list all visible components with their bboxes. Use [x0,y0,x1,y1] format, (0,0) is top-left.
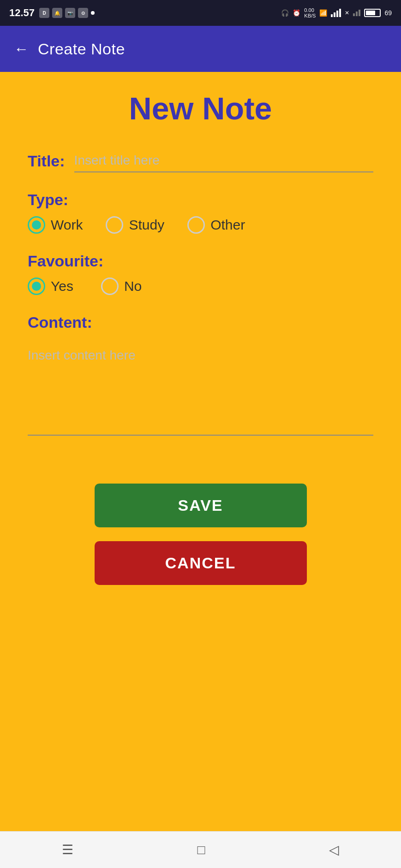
content-input[interactable] [28,343,373,436]
wifi-icon: 📶 [319,9,327,17]
speed-indicator: 0.00KB/S [304,7,316,18]
radio-yes[interactable]: Yes [28,278,73,295]
content-label: Content: [28,313,373,331]
notification-icon: 🔔 [52,8,62,18]
status-right: 🎧 ⏰ 0.00KB/S 📶 ✕ 69 [281,7,392,18]
save-button[interactable]: SAVE [95,484,307,527]
title-input[interactable] [74,149,373,172]
radio-other[interactable]: Other [187,216,245,234]
radio-study[interactable]: Study [106,216,164,234]
back-nav-icon[interactable]: ◁ [329,842,339,857]
title-section: Title: [28,149,373,172]
menu-icon[interactable]: ☰ [62,842,73,857]
signal-bars [331,9,341,17]
type-section: Type: Work Study Other [28,191,373,234]
type-label: Type: [28,191,373,209]
back-button[interactable]: ← [14,41,29,58]
title-label: Title: [28,152,65,170]
battery-fill [366,11,375,15]
radio-no-label: No [124,278,142,294]
radio-no-circle [101,278,119,295]
headphone-icon: 🎧 [281,9,289,17]
bottom-nav-bar: ☰ □ ◁ [0,831,401,868]
status-bar: 12.57 D 🔔 📷 ⊙ 🎧 ⏰ 0.00KB/S 📶 ✕ 69 [0,0,401,26]
radio-other-circle [187,216,205,234]
radio-yes-inner [32,282,41,291]
radio-work-inner [32,220,41,230]
status-icons: D 🔔 📷 ⊙ [39,8,95,18]
time-display: 12.57 [9,7,35,19]
record-icon: ⊙ [78,8,88,18]
alarm-icon: ⏰ [293,9,300,17]
radio-other-label: Other [210,217,245,233]
cancel-button[interactable]: CANCEL [95,541,307,585]
app-bar-title: Create Note [38,40,125,58]
home-icon[interactable]: □ [198,843,205,857]
radio-yes-circle [28,278,45,295]
favourite-section: Favourite: Yes No [28,252,373,295]
app-bar: ← Create Note [0,26,401,72]
radio-study-label: Study [129,217,164,233]
signal-bars-2 [353,10,360,16]
content-section: Content: [28,313,373,437]
radio-work-label: Work [51,217,83,233]
x-indicator: ✕ [345,10,349,16]
discord-icon: D [39,8,49,18]
status-left: 12.57 D 🔔 📷 ⊙ [9,7,95,19]
page-heading: New Note [28,90,373,126]
battery-percentage: 69 [384,9,392,17]
main-content: New Note Title: Type: Work Study [0,72,401,831]
radio-work-circle [28,216,45,234]
radio-work[interactable]: Work [28,216,83,234]
radio-yes-label: Yes [51,278,73,294]
app-icon: 📷 [65,8,75,18]
title-input-wrapper: Title: [28,149,373,172]
radio-study-circle [106,216,123,234]
type-radio-group: Work Study Other [28,216,373,234]
battery-indicator [364,9,381,17]
button-section: SAVE CANCEL [28,484,373,585]
radio-no[interactable]: No [101,278,142,295]
favourite-radio-group: Yes No [28,278,373,295]
dot-indicator [91,11,95,15]
favourite-label: Favourite: [28,252,373,270]
